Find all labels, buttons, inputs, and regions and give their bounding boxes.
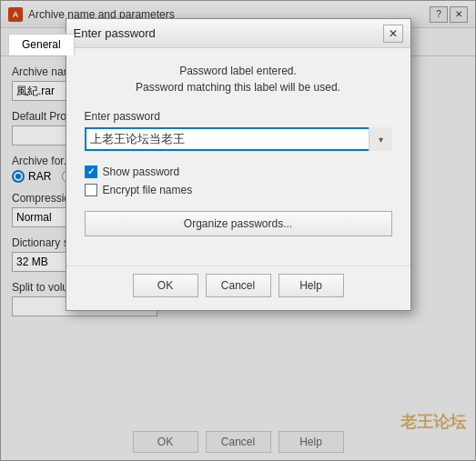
arrow-icon: ▾: [379, 135, 383, 145]
show-password-checkbox[interactable]: ✓: [85, 165, 97, 178]
tab-general[interactable]: General: [8, 34, 75, 55]
modal-info-text: Password label entered. Password matchin…: [85, 63, 392, 95]
password-input[interactable]: [85, 127, 392, 151]
organize-passwords-button[interactable]: Organize passwords...: [85, 211, 392, 236]
modal-title: Enter password: [74, 26, 156, 40]
modal-help-button[interactable]: Help: [279, 274, 344, 297]
password-input-wrapper: ▾: [85, 127, 392, 151]
encrypt-names-label: Encrypt file names: [103, 184, 193, 196]
encrypt-names-checkbox[interactable]: [85, 184, 97, 196]
modal-titlebar: Enter password ✕: [66, 19, 410, 48]
info-line2: Password matching this label will be use…: [85, 79, 392, 95]
password-dropdown-arrow[interactable]: ▾: [369, 127, 392, 151]
checkmark-icon: ✓: [87, 167, 95, 176]
modal-footer: OK Cancel Help: [66, 266, 410, 310]
modal-overlay: Enter password ✕ Password label entered.…: [0, 0, 476, 461]
modal-body: Password label entered. Password matchin…: [66, 48, 410, 266]
show-password-label: Show password: [103, 165, 180, 178]
modal-ok-button[interactable]: OK: [133, 274, 198, 297]
show-password-item[interactable]: ✓ Show password: [85, 165, 392, 178]
password-dialog: Enter password ✕ Password label entered.…: [66, 18, 411, 311]
modal-cancel-button[interactable]: Cancel: [206, 274, 271, 297]
encrypt-names-item[interactable]: Encrypt file names: [85, 184, 392, 196]
modal-close-button[interactable]: ✕: [383, 25, 403, 43]
checkbox-group: ✓ Show password Encrypt file names: [85, 165, 392, 196]
info-line1: Password label entered.: [85, 63, 392, 79]
password-input-label: Enter password: [85, 110, 392, 123]
